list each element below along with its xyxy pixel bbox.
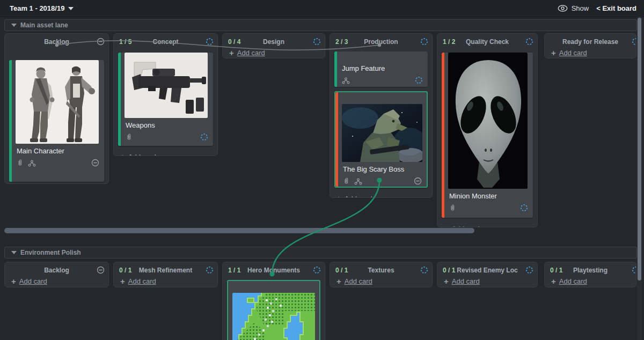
column-backlog-main: Backlog: [4, 33, 109, 184]
status-dashed-circle-icon[interactable]: [313, 38, 321, 46]
column-count: 0 / 1: [443, 267, 455, 274]
card-hero-map[interactable]: [227, 280, 320, 340]
topbar-actions: Show < Exit board: [558, 4, 636, 12]
column-title: Backlog: [5, 264, 108, 274]
add-card-button[interactable]: + Add card: [114, 277, 217, 287]
lane-collapse-icon: [11, 251, 17, 254]
connection-endpoint-dot[interactable]: [377, 178, 382, 182]
dependency-icon[interactable]: [342, 77, 350, 84]
card-cover-image-pixel-map: [232, 293, 315, 340]
add-card-button[interactable]: + Add card: [114, 150, 217, 156]
status-dashed-circle-icon[interactable]: [420, 38, 428, 46]
add-card-label: Add card: [559, 277, 587, 285]
column-header[interactable]: Backlog: [5, 264, 108, 277]
connection-endpoint-dot[interactable]: [269, 271, 274, 276]
status-dashed-circle-icon[interactable]: [415, 76, 423, 84]
show-button[interactable]: Show: [558, 4, 589, 12]
add-card-button[interactable]: + Add card: [545, 277, 636, 287]
column-ready-for-release: Ready for Release + Add card: [544, 33, 636, 58]
status-dashed-circle-icon[interactable]: [206, 38, 214, 46]
status-dashed-circle-icon[interactable]: [632, 266, 636, 274]
add-card-button[interactable]: + Add card: [437, 222, 537, 227]
add-card-button[interactable]: + Add card: [545, 48, 636, 58]
card-jump-feature[interactable]: Jump Feature: [334, 51, 428, 87]
horizontal-scrollbar[interactable]: [4, 228, 474, 233]
add-card-button[interactable]: + Add card: [223, 48, 325, 58]
vertical-scrollbar[interactable]: [638, 18, 641, 280]
board-title-dropdown[interactable]: Team 1 - 2018/19: [10, 4, 74, 12]
column-backlog-env: Backlog + Add card: [4, 262, 109, 287]
plus-icon: +: [336, 277, 341, 286]
column-header[interactable]: 2 / 3 Production: [330, 35, 432, 48]
column-header[interactable]: 0 / 1 Revised Enemy Loc: [437, 264, 537, 277]
status-dashed-circle-icon[interactable]: [525, 38, 533, 46]
column-title: Ready for Release: [545, 35, 636, 46]
column-quality-check: 1 / 2 Quality Check: [437, 33, 538, 227]
attachment-icon[interactable]: [449, 204, 456, 212]
add-card-button[interactable]: + Add card: [5, 277, 108, 287]
lane-header-environment-polish[interactable]: Environment Polish: [4, 247, 637, 258]
status-dashed-circle-icon[interactable]: [420, 266, 428, 274]
add-card-button[interactable]: + Add card: [330, 192, 432, 198]
status-dashed-circle-icon[interactable]: [313, 266, 321, 274]
column-header[interactable]: 0 / 1 Textures: [330, 264, 432, 277]
connection-endpoint-dot[interactable]: [378, 43, 381, 47]
card-title: The Big Scary Boss: [335, 165, 427, 174]
add-card-button[interactable]: + Add card: [437, 277, 537, 287]
column-count: 2 / 3: [335, 38, 348, 46]
column-header[interactable]: 0 / 1 Mesh Refinement: [114, 264, 217, 277]
card-title: Weapons: [118, 121, 213, 130]
attachment-icon[interactable]: [126, 133, 132, 141]
card-color-strip: [118, 53, 121, 146]
status-dashed-circle-icon[interactable]: [632, 38, 636, 46]
dependency-icon[interactable]: [28, 159, 36, 167]
attachment-icon[interactable]: [17, 159, 23, 167]
column-header[interactable]: 1 / 2 Quality Check: [437, 35, 537, 48]
column-count: 1 / 5: [119, 38, 131, 46]
add-card-label: Add card: [559, 49, 587, 57]
lane-header-main-asset[interactable]: Main asset lane: [4, 19, 637, 31]
status-dashed-circle-icon[interactable]: [525, 266, 533, 274]
column-count: 0 / 1: [550, 267, 562, 274]
plus-icon: +: [336, 194, 341, 198]
collapse-column-icon[interactable]: [97, 266, 105, 274]
plus-icon: +: [551, 277, 556, 286]
card-cover-image-sketch: [16, 60, 99, 144]
column-header[interactable]: 0 / 4 Design: [223, 35, 325, 48]
collapse-column-icon[interactable]: [97, 38, 105, 46]
column-header[interactable]: Ready for Release: [545, 35, 636, 48]
column-count: 0 / 4: [228, 38, 240, 46]
show-label: Show: [572, 4, 589, 12]
status-dashed-circle-icon[interactable]: [520, 204, 528, 212]
column-header[interactable]: 1 / 5 Concept: [114, 35, 217, 48]
column-design: 0 / 4 Design + Add card: [222, 33, 325, 58]
add-card-label: Add card: [128, 153, 156, 156]
top-bar: Team 1 - 2018/19 Show < Exit board: [0, 0, 644, 17]
lane-collapse-icon: [11, 24, 17, 27]
card-minion-monster[interactable]: Minion Monster: [442, 53, 533, 218]
attachment-icon[interactable]: [343, 177, 349, 185]
plus-icon: +: [120, 277, 125, 286]
add-card-button[interactable]: + Add card: [330, 277, 432, 287]
chevron-down-icon: [68, 7, 74, 10]
status-dashed-circle-icon[interactable]: [206, 266, 214, 274]
add-card-label: Add card: [237, 49, 265, 57]
column-production: 2 / 3 Production Jump Feature: [330, 33, 433, 198]
collapse-card-icon[interactable]: [414, 177, 422, 185]
column-header[interactable]: 0 / 1 Playtesting: [545, 264, 636, 277]
plus-icon: +: [229, 48, 234, 57]
card-title: Minion Monster: [442, 192, 533, 201]
card-weapons[interactable]: Weapons: [118, 53, 213, 146]
card-main-character[interactable]: Main Character: [9, 60, 104, 182]
card-big-scary-boss[interactable]: The Big Scary Boss: [334, 91, 428, 188]
collapse-card-icon[interactable]: [91, 159, 99, 167]
column-mesh-refinement: 0 / 1 Mesh Refinement + Add card: [113, 262, 218, 287]
column-playtesting: 0 / 1 Playtesting + Add card: [544, 262, 636, 287]
plus-icon: +: [444, 277, 449, 286]
connection-endpoint-dot[interactable]: [55, 43, 58, 47]
eye-icon: [558, 5, 568, 12]
exit-board-button[interactable]: < Exit board: [596, 4, 636, 12]
dependency-icon[interactable]: [354, 178, 362, 185]
status-dashed-circle-icon[interactable]: [200, 133, 208, 141]
lane-title: Main asset lane: [20, 21, 68, 29]
